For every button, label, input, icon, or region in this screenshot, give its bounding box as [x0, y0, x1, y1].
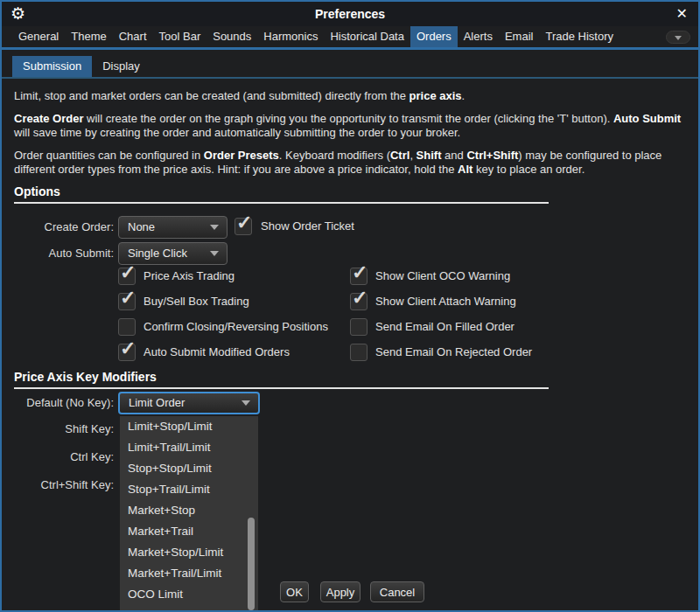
dropdown-option-limit-stop-limit[interactable]: Limit+Stop/Limit: [120, 416, 258, 437]
checkbox-price-axis-trading-label[interactable]: Price Axis Trading: [144, 268, 234, 285]
chevron-down-icon: [675, 36, 682, 40]
tab-sounds[interactable]: Sounds: [206, 26, 257, 47]
key-modifiers-divider: [14, 387, 549, 389]
tab-general[interactable]: General: [12, 26, 65, 47]
tab-trade-history[interactable]: Trade History: [539, 26, 620, 47]
checkbox-buy-sell-box-trading[interactable]: [118, 293, 136, 310]
dropdown-option-market-stop[interactable]: Market+Stop: [120, 500, 258, 521]
checkbox-show-client-oco-warning[interactable]: [350, 268, 368, 285]
popup-scrollbar-thumb[interactable]: [248, 518, 255, 610]
create-order-label: Create Order:: [2, 216, 114, 239]
tab-accent-line: [2, 47, 698, 50]
tab-tool-bar[interactable]: Tool Bar: [153, 26, 207, 47]
chevron-down-icon: [210, 225, 219, 230]
dropdown-popup: Limit+Stop/Limit Limit+Trail/Limit Stop+…: [120, 416, 258, 612]
main-tab-bar: General Theme Chart Tool Bar Sounds Harm…: [12, 26, 620, 47]
dropdown-option-market-stop-limit[interactable]: Market+Stop/Limit: [120, 542, 258, 563]
close-icon[interactable]: ✕: [676, 5, 688, 22]
chevron-down-icon: [210, 251, 219, 256]
intro-paragraph-3: Order quantities can be configured in Or…: [14, 149, 690, 177]
key-modifiers-heading: Price Axis Key Modifiers: [14, 370, 157, 384]
tab-overflow-button[interactable]: [666, 31, 690, 44]
tab-chart[interactable]: Chart: [113, 26, 153, 47]
ctrl-key-label: Ctrl Key:: [2, 446, 114, 469]
subtab-accent-line: [2, 77, 698, 79]
dropdown-option-stop-stop-limit[interactable]: Stop+Stop/Limit: [120, 458, 258, 479]
shift-key-label: Shift Key:: [2, 418, 114, 441]
checkbox-show-client-attach-warning[interactable]: [350, 293, 368, 310]
checkbox-auto-submit-modified-label[interactable]: Auto Submit Modified Orders: [144, 344, 290, 361]
intro-paragraph-1: Limit, stop and market orders can be cre…: [14, 89, 690, 103]
apply-button[interactable]: Apply: [320, 581, 360, 602]
options-divider: [14, 202, 549, 204]
checkbox-buy-sell-box-trading-label[interactable]: Buy/Sell Box Trading: [144, 293, 249, 310]
default-key-dropdown[interactable]: Limit Order: [118, 392, 260, 414]
ctrl-shift-key-label: Ctrl+Shift Key:: [2, 474, 114, 497]
dropdown-option-stop-trail-limit[interactable]: Stop+Trail/Limit: [120, 479, 258, 500]
tab-harmonics[interactable]: Harmonics: [257, 26, 324, 47]
checkbox-show-order-ticket[interactable]: [234, 218, 252, 235]
options-heading: Options: [14, 184, 60, 198]
checkbox-confirm-closing-reversing-label[interactable]: Confirm Closing/Reversing Positions: [144, 318, 328, 336]
chevron-down-icon: [242, 400, 250, 406]
tab-theme[interactable]: Theme: [65, 26, 112, 47]
create-order-dropdown[interactable]: None: [118, 216, 228, 239]
checkbox-show-client-attach-warning-label[interactable]: Show Client Attach Warning: [375, 293, 516, 310]
intro-paragraph-2: Create Order will create the order on th…: [14, 112, 690, 140]
checkbox-show-order-ticket-label[interactable]: Show Order Ticket: [261, 218, 354, 235]
checkbox-confirm-closing-reversing[interactable]: [118, 318, 136, 336]
checkbox-auto-submit-modified[interactable]: [118, 344, 136, 361]
auto-submit-label: Auto Submit:: [2, 242, 114, 265]
tab-submission[interactable]: Submission: [12, 56, 92, 77]
title-bar: ⚙ Preferences ✕: [2, 2, 698, 26]
checkbox-send-email-rejected[interactable]: [350, 344, 368, 361]
dialog-title: Preferences: [2, 2, 698, 26]
tab-display[interactable]: Display: [92, 56, 150, 77]
checkbox-send-email-rejected-label[interactable]: Send Email On Rejected Order: [375, 344, 532, 361]
checkbox-show-client-oco-warning-label[interactable]: Show Client OCO Warning: [375, 268, 510, 285]
dropdown-option-market-trail[interactable]: Market+Trail: [120, 521, 258, 542]
tab-historical-data[interactable]: Historical Data: [324, 26, 410, 47]
default-no-key-label: Default (No Key):: [2, 392, 114, 414]
cancel-button[interactable]: Cancel: [370, 581, 424, 602]
preferences-dialog: ⚙ Preferences ✕ General Theme Chart Tool…: [0, 0, 700, 612]
checkbox-send-email-filled-label[interactable]: Send Email On Filled Order: [375, 318, 514, 336]
sub-tab-bar: Submission Display: [12, 56, 150, 77]
checkbox-price-axis-trading[interactable]: [118, 268, 136, 285]
dropdown-option-limit-trail-limit[interactable]: Limit+Trail/Limit: [120, 437, 258, 458]
checkbox-send-email-filled[interactable]: [350, 318, 368, 336]
ok-button[interactable]: OK: [280, 581, 309, 602]
tab-alerts[interactable]: Alerts: [458, 26, 499, 47]
tab-email[interactable]: Email: [499, 26, 540, 47]
dropdown-option-oco-limit[interactable]: OCO Limit: [120, 584, 258, 605]
dropdown-option-market-trail-limit[interactable]: Market+Trail/Limit: [120, 563, 258, 584]
tab-orders[interactable]: Orders: [410, 26, 458, 47]
dropdown-option-oco-stop[interactable]: OCO Stop: [120, 605, 258, 612]
